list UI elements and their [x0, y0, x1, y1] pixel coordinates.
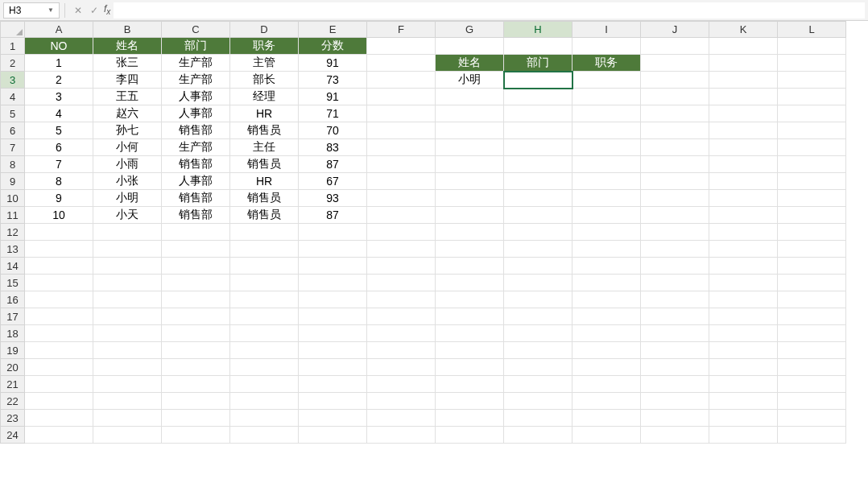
cell-A20[interactable] — [25, 359, 93, 376]
row-header-20[interactable]: 20 — [1, 359, 25, 376]
cell-B14[interactable] — [93, 258, 162, 275]
cell-D1[interactable]: 职务 — [230, 38, 299, 55]
cell-I8[interactable] — [572, 156, 641, 173]
cell-K17[interactable] — [709, 308, 778, 325]
cell-G2[interactable]: 姓名 — [436, 55, 504, 72]
cell-H15[interactable] — [504, 275, 572, 291]
cell-C19[interactable] — [162, 342, 230, 359]
cell-D5[interactable]: HR — [230, 105, 299, 122]
cell-E22[interactable] — [299, 393, 367, 410]
cell-J8[interactable] — [641, 156, 709, 173]
cell-J13[interactable] — [641, 241, 709, 258]
cell-J16[interactable] — [641, 291, 709, 308]
cell-A23[interactable] — [25, 410, 93, 427]
cell-H5[interactable] — [504, 105, 572, 122]
cell-E5[interactable]: 71 — [299, 105, 367, 122]
cell-A12[interactable] — [25, 224, 93, 241]
cell-L22[interactable] — [778, 393, 846, 410]
cell-A4[interactable]: 3 — [25, 89, 93, 105]
cell-C18[interactable] — [162, 325, 230, 342]
cell-A11[interactable]: 10 — [25, 207, 93, 224]
cell-B17[interactable] — [93, 308, 162, 325]
cell-J2[interactable] — [641, 55, 709, 72]
cell-J21[interactable] — [641, 376, 709, 393]
row-header-6[interactable]: 6 — [1, 122, 25, 139]
cell-G22[interactable] — [436, 393, 504, 410]
row-header-7[interactable]: 7 — [1, 139, 25, 156]
cell-G20[interactable] — [436, 359, 504, 376]
row-header-21[interactable]: 21 — [1, 376, 25, 393]
cell-G5[interactable] — [436, 105, 504, 122]
cell-D3[interactable]: 部长 — [230, 72, 299, 89]
cell-A7[interactable]: 6 — [25, 139, 93, 156]
cell-H7[interactable] — [504, 139, 572, 156]
cell-K13[interactable] — [709, 241, 778, 258]
cell-K5[interactable] — [709, 105, 778, 122]
cell-K12[interactable] — [709, 224, 778, 241]
cell-L2[interactable] — [778, 55, 846, 72]
cell-I3[interactable] — [572, 72, 641, 89]
cell-I10[interactable] — [572, 190, 641, 207]
cell-E9[interactable]: 67 — [299, 173, 367, 190]
row-header-14[interactable]: 14 — [1, 258, 25, 275]
cell-J6[interactable] — [641, 122, 709, 139]
cell-H12[interactable] — [504, 224, 572, 241]
row-header-24[interactable]: 24 — [1, 427, 25, 444]
fx-icon[interactable]: fx — [104, 3, 110, 16]
cell-J20[interactable] — [641, 359, 709, 376]
cell-K1[interactable] — [709, 38, 778, 55]
cell-J11[interactable] — [641, 207, 709, 224]
cell-H14[interactable] — [504, 258, 572, 275]
col-header-A[interactable]: A — [25, 22, 93, 38]
cell-L21[interactable] — [778, 376, 846, 393]
cell-F6[interactable] — [367, 122, 436, 139]
cell-G19[interactable] — [436, 342, 504, 359]
cell-D19[interactable] — [230, 342, 299, 359]
cell-G6[interactable] — [436, 122, 504, 139]
chevron-down-icon[interactable]: ▼ — [48, 6, 54, 14]
row-header-4[interactable]: 4 — [1, 89, 25, 105]
cell-B12[interactable] — [93, 224, 162, 241]
cell-L14[interactable] — [778, 258, 846, 275]
cell-H3[interactable] — [504, 72, 572, 89]
cell-C15[interactable] — [162, 275, 230, 291]
cell-A6[interactable]: 5 — [25, 122, 93, 139]
cell-L7[interactable] — [778, 139, 846, 156]
cell-I17[interactable] — [572, 308, 641, 325]
cell-G3[interactable]: 小明 — [436, 72, 504, 89]
cell-F15[interactable] — [367, 275, 436, 291]
cell-H17[interactable] — [504, 308, 572, 325]
cell-B13[interactable] — [93, 241, 162, 258]
cell-I22[interactable] — [572, 393, 641, 410]
col-header-K[interactable]: K — [709, 22, 778, 38]
cell-E1[interactable]: 分数 — [299, 38, 367, 55]
col-header-J[interactable]: J — [641, 22, 709, 38]
cell-B11[interactable]: 小天 — [93, 207, 162, 224]
cell-H4[interactable] — [504, 89, 572, 105]
row-header-1[interactable]: 1 — [1, 38, 25, 55]
cell-E19[interactable] — [299, 342, 367, 359]
cell-I18[interactable] — [572, 325, 641, 342]
cell-L1[interactable] — [778, 38, 846, 55]
cell-C7[interactable]: 生产部 — [162, 139, 230, 156]
cell-K16[interactable] — [709, 291, 778, 308]
cell-G10[interactable] — [436, 190, 504, 207]
row-header-18[interactable]: 18 — [1, 325, 25, 342]
cell-K22[interactable] — [709, 393, 778, 410]
cell-F22[interactable] — [367, 393, 436, 410]
cell-H10[interactable] — [504, 190, 572, 207]
cell-C10[interactable]: 销售部 — [162, 190, 230, 207]
cell-C20[interactable] — [162, 359, 230, 376]
cell-E6[interactable]: 70 — [299, 122, 367, 139]
cell-D8[interactable]: 销售员 — [230, 156, 299, 173]
cell-F14[interactable] — [367, 258, 436, 275]
col-header-C[interactable]: C — [162, 22, 230, 38]
cell-D22[interactable] — [230, 393, 299, 410]
cell-J12[interactable] — [641, 224, 709, 241]
cell-F21[interactable] — [367, 376, 436, 393]
row-header-17[interactable]: 17 — [1, 308, 25, 325]
cell-K15[interactable] — [709, 275, 778, 291]
cell-L6[interactable] — [778, 122, 846, 139]
cell-I12[interactable] — [572, 224, 641, 241]
cell-H23[interactable] — [504, 410, 572, 427]
